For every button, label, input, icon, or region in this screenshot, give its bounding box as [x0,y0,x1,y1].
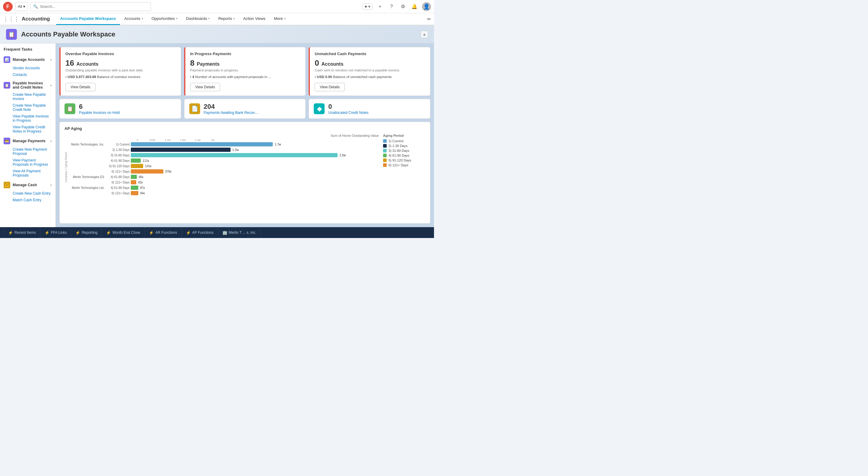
sidebar-item-view-all-payment-proposals[interactable]: View All Payment Proposals [0,168,56,179]
manage-cash-icon: 💰 [4,182,10,188]
bottom-label-month-end-close: Month End Close [113,230,140,235]
overdue-invoices-view-btn[interactable]: View Details [65,83,96,91]
legend-title: Aging Period [383,134,425,137]
search-input[interactable] [40,4,148,9]
nav-item-opportunities[interactable]: Opportunities ▾ [147,13,182,25]
sidebar-item-view-invoices-progress[interactable]: View Payable Invoices in Progress [0,113,56,124]
sidebar-section-header-manage-payments[interactable]: 💳 Manage Payments ▾ [0,136,56,146]
edit-nav-button[interactable]: ✏ [427,16,431,22]
search-all-dropdown[interactable]: All ▾ [15,2,28,11]
search-icon: 🔍 [33,4,38,9]
unallocated-credit-number: 0 [328,103,368,110]
bank-recon-link[interactable]: Payments Awaiting Bank Recon... [204,110,258,115]
nav-item-more[interactable]: More ▾ [270,13,290,25]
manage-payments-icon: 💳 [4,138,10,144]
add-button[interactable]: ＋ [376,3,384,10]
bar-61-90 [131,158,141,163]
bottom-item-reporting[interactable]: ⚡ Reporting [71,227,102,238]
collapse-button[interactable]: ▲ [421,31,428,38]
search-container: 🔍 [30,2,151,11]
legend-label-91-120: 5) 91-120 Days [389,158,411,162]
bottom-item-ap-functions[interactable]: ⚡ AP Functions [182,227,218,238]
sidebar-section-header-manage-accounts[interactable]: 📊 Manage Accounts ▾ [0,55,56,65]
bottom-item-ffa-links[interactable]: ⚡ FFA Links [40,227,71,238]
bar-chart: 0 600k 1.2м 1.8м 2.4м 3м Merlin Technolo… [68,138,380,196]
nav-bar: ⋮⋮⋮ Accounting Accounts Payable Workspac… [0,13,434,25]
user-avatar[interactable]: 👤 [422,2,431,11]
legend-label-121-plus: 6) 121+ Days [389,163,408,167]
nav-label: Accounts Payable Workspace [60,16,116,21]
bottom-item-company[interactable]: 🏢 Merlin T ... s, Inc. [218,227,261,238]
manage-payments-label: Manage Payments [13,139,48,143]
sidebar-item-match-cash-entry[interactable]: Match Cash Entry [0,197,56,203]
sidebar-item-view-payment-proposals-progress[interactable]: View Payment Proposals in Progress [0,157,56,168]
nav-label: Dashboards [186,16,207,21]
invoices-on-hold-number: 6 [79,103,120,110]
invoices-on-hold-link[interactable]: Payable Invoices on Hold [79,110,120,115]
table-row: 2) 1-30 Days 1.2м [68,148,380,152]
table-row: 4) 61-90 Days 111к [68,158,380,163]
chart-main: Sum of Home Outstanding Value Company > … [64,134,380,196]
unallocated-credit-card: ◆ 0 Unallocated Credit Notes [309,99,430,119]
legend-label-31-60: 3) 31-60 Days [389,149,409,153]
sidebar-item-vendor-accounts[interactable]: Vendor Accounts [0,65,56,71]
chevron-down-icon: ▾ [50,58,52,61]
in-progress-title: In Progress Payments [190,52,301,56]
table-row: Merlin Technologies ES 4) 61-90 Days 46к [68,175,380,179]
bottom-label-recent-items: Recent Items [14,230,36,235]
unmatched-cash-number: 0 [315,58,319,67]
notifications-button[interactable]: 🔔 [410,3,418,10]
overdue-invoices-label: Accounts [76,61,98,67]
grid-icon[interactable]: ⋮⋮⋮ [3,16,19,22]
nav-item-accounts-payable[interactable]: Accounts Payable Workspace [56,13,120,25]
help-button[interactable]: ? [388,3,396,10]
table-row: 6) 121+ Days 94к [68,191,380,195]
legend-color-61-90 [383,154,387,157]
nav-item-accounts[interactable]: Accounts ▾ [120,13,147,25]
sidebar-item-view-credit-notes-progress[interactable]: View Payable Credit Notes in Progress [0,124,56,135]
nav-item-reports[interactable]: Reports ▾ [214,13,239,25]
chevron-down-icon: ▾ [23,4,25,9]
unmatched-cash-view-btn[interactable]: View Details [315,83,345,91]
settings-button[interactable]: ⚙ [399,3,407,10]
nav-label: Accounts [124,16,140,21]
bottom-item-ar-functions[interactable]: ⚡ AR Functions [145,227,181,238]
sidebar-section-header-payable-invoices[interactable]: 📋 Payable Invoices and Credit Notes ▾ [0,79,56,91]
legend-label-61-90: 4) 61-90 Days [389,154,409,157]
invoices-on-hold-icon: 📋 [64,103,75,114]
nav-label: Opportunities [152,16,175,21]
nav-item-dashboards[interactable]: Dashboards ▾ [182,13,214,25]
sidebar-item-create-payment-proposal[interactable]: Create New Payment Proposal [0,146,56,157]
lightning-icon: ⚡ [149,230,154,235]
unmatched-cash-label: Accounts [321,61,343,67]
bar-es-61-90 [131,175,137,179]
table-row: 3) 31-60 Days 2.5м [68,153,380,157]
unmatched-cash-title: Unmatched Cash Payments [315,52,425,56]
sidebar-section-header-manage-cash[interactable]: 💰 Manage Cash ▾ [0,180,56,190]
legend-color-31-60 [383,149,387,153]
legend-item-91-120: 5) 91-120 Days [383,158,425,162]
sidebar-item-create-credit-note[interactable]: Create New Payable Credit Note [0,102,56,113]
chart-area: Sum of Home Outstanding Value Company > … [64,134,425,196]
chevron-down-icon: ▾ [50,139,52,143]
sidebar-item-create-cash-entry[interactable]: Create New Cash Entry [0,190,56,197]
sidebar-item-create-payable-invoice[interactable]: Create New Payable Invoice [0,91,56,102]
in-progress-view-btn[interactable]: View Details [190,83,220,91]
legend-item-31-60: 3) 31-60 Days [383,149,425,153]
chevron-down-icon: ▾ [284,17,286,20]
nav-item-action-views[interactable]: Action Views [239,13,270,25]
sidebar-section-manage-cash: 💰 Manage Cash ▾ Create New Cash Entry Ma… [0,180,56,203]
favorites-button[interactable]: ★ ▾ [362,3,373,10]
bottom-item-recent-items[interactable]: ⚡ Recent Items [4,227,40,238]
chevron-down-icon: ▾ [368,4,370,9]
legend-item-121-plus: 6) 121+ Days [383,163,425,167]
overdue-invoices-number: 16 [65,58,74,67]
unallocated-credit-link[interactable]: Unallocated Credit Notes [328,110,368,115]
sidebar-item-contacts[interactable]: Contacts [0,71,56,78]
overdue-invoices-desc: Outstanding payable invoices with a past… [65,68,176,72]
payable-invoices-label: Payable Invoices and Credit Notes [13,81,48,90]
app-logo[interactable]: F [3,2,13,11]
table-row: Merlin Technologies, Inc. 1) Current 1.7… [68,142,380,147]
bar-1-30 [131,148,230,152]
bottom-item-month-end-close[interactable]: ⚡ Month End Close [102,227,145,238]
